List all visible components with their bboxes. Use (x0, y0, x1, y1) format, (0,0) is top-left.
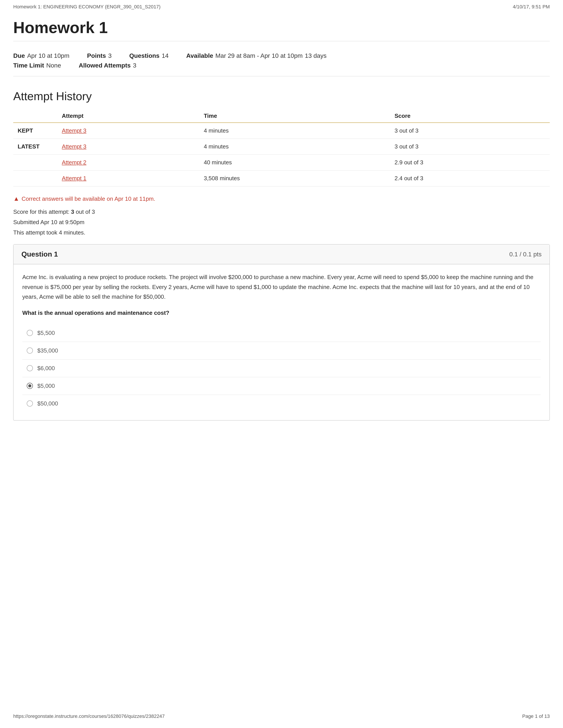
allowed-attempts-value: 3 (133, 62, 136, 69)
answer-option[interactable]: $5,500 (22, 324, 541, 342)
table-row: Attempt 13,508 minutes2.4 out of 3 (13, 171, 550, 186)
attempt-row-attempt[interactable]: Attempt 3 (57, 139, 199, 155)
points-value: 3 (108, 52, 112, 59)
answer-option[interactable]: $35,000 (22, 342, 541, 360)
radio-circle (27, 347, 33, 354)
attempt-row-time: 40 minutes (199, 155, 390, 171)
points-label: Points (87, 52, 106, 59)
attempt-row-score: 3 out of 3 (390, 139, 550, 155)
datetime: 4/10/17, 9:51 PM (513, 4, 550, 10)
table-row: KEPTAttempt 34 minutes3 out of 3 (13, 123, 550, 139)
answer-options: $5,500$35,000$6,000$5,000$50,000 (22, 324, 541, 412)
radio-circle (27, 365, 33, 371)
questions-value: 14 (162, 52, 168, 59)
table-row: LATESTAttempt 34 minutes3 out of 3 (13, 139, 550, 155)
attempt-row-label (13, 171, 57, 186)
info-row-2: Time Limit None Allowed Attempts 3 (13, 62, 550, 69)
warning-icon: ▲ (13, 195, 19, 202)
timelimit-info: Time Limit None (13, 62, 61, 69)
available-info: Available Mar 29 at 8am - Apr 10 at 10pm… (186, 52, 327, 59)
col-time: Time (199, 109, 390, 123)
score-bold: 3 (71, 208, 74, 215)
question-1-points: 0.1 / 0.1 pts (509, 251, 542, 258)
attempt-row-attempt[interactable]: Attempt 3 (57, 123, 199, 139)
warning-text: Correct answers will be available on Apr… (22, 195, 155, 202)
page-title: Homework 1 (13, 19, 550, 41)
top-bar: Homework 1: ENGINEERING ECONOMY (ENGR_39… (0, 0, 563, 12)
footer-url: https://oregonstate.instructure.com/cour… (13, 713, 165, 719)
score-line: Score for this attempt: 3 out of 3 (13, 207, 550, 217)
table-row: Attempt 240 minutes2.9 out of 3 (13, 155, 550, 171)
attempt-row-label: LATEST (13, 139, 57, 155)
answer-option-label: $5,000 (37, 383, 55, 389)
page-footer: https://oregonstate.instructure.com/cour… (13, 713, 550, 719)
info-row-1: Due Apr 10 at 10pm Points 3 Questions 14… (13, 52, 550, 59)
question-1-title: Question 1 (21, 250, 58, 258)
footer-page-info: Page 1 of 13 (522, 713, 550, 719)
answer-option[interactable]: $6,000 (22, 360, 541, 377)
breadcrumb: Homework 1: ENGINEERING ECONOMY (ENGR_39… (13, 4, 160, 10)
question-1-header: Question 1 0.1 / 0.1 pts (13, 244, 550, 264)
available-label: Available (186, 52, 213, 59)
attempt-row-score: 3 out of 3 (390, 123, 550, 139)
attempt-row-time: 4 minutes (199, 139, 390, 155)
questions-info: Questions 14 (129, 52, 169, 59)
attempt-row-score: 2.9 out of 3 (390, 155, 550, 171)
answer-option-label: $5,500 (37, 330, 55, 336)
attempt-row-attempt[interactable]: Attempt 2 (57, 155, 199, 171)
points-info: Points 3 (87, 52, 111, 59)
timelimit-label: Time Limit (13, 62, 44, 69)
question-1-text: Acme Inc. is evaluating a new project to… (22, 272, 541, 302)
attempt-row-attempt[interactable]: Attempt 1 (57, 171, 199, 186)
radio-circle (27, 330, 33, 336)
answer-option[interactable]: $50,000 (22, 395, 541, 412)
answer-option-label: $6,000 (37, 365, 55, 372)
attempt-history-table: Attempt Time Score KEPTAttempt 34 minute… (13, 109, 550, 186)
col-label (13, 109, 57, 123)
question-1-body: Acme Inc. is evaluating a new project to… (13, 264, 550, 420)
radio-inner (28, 384, 31, 387)
warning-message: ▲ Correct answers will be available on A… (13, 195, 550, 202)
attempt-row-time: 3,508 minutes (199, 171, 390, 186)
attempt-row-score: 2.4 out of 3 (390, 171, 550, 186)
info-section: Due Apr 10 at 10pm Points 3 Questions 14… (13, 48, 550, 76)
attempt-row-time: 4 minutes (199, 123, 390, 139)
score-info: Score for this attempt: 3 out of 3 Submi… (13, 207, 550, 238)
due-label: Due (13, 52, 25, 59)
attempt-history-title: Attempt History (13, 90, 550, 103)
attempt-row-label: KEPT (13, 123, 57, 139)
available-extra: 13 days (305, 52, 327, 59)
attempt-row-label (13, 155, 57, 171)
warning-section: ▲ Correct answers will be available on A… (13, 195, 550, 238)
due-value: Apr 10 at 10pm (27, 52, 69, 59)
duration-line: This attempt took 4 minutes. (13, 227, 550, 238)
radio-circle (27, 400, 33, 407)
allowed-attempts-label: Allowed Attempts (79, 62, 130, 69)
col-attempt: Attempt (57, 109, 199, 123)
timelimit-value: None (46, 62, 61, 69)
answer-option-label: $50,000 (37, 400, 58, 407)
answer-option[interactable]: $5,000 (22, 377, 541, 395)
allowed-attempts-info: Allowed Attempts 3 (79, 62, 136, 69)
due-info: Due Apr 10 at 10pm (13, 52, 69, 59)
answer-option-label: $35,000 (37, 347, 58, 354)
radio-circle (27, 383, 33, 389)
available-value: Mar 29 at 8am - Apr 10 at 10pm (215, 52, 303, 59)
question-1-bold: What is the annual operations and mainte… (22, 310, 541, 316)
questions-label: Questions (129, 52, 160, 59)
submitted-line: Submitted Apr 10 at 9:50pm (13, 217, 550, 227)
main-content: Homework 1 Due Apr 10 at 10pm Points 3 Q… (0, 12, 563, 443)
question-1-box: Question 1 0.1 / 0.1 pts Acme Inc. is ev… (13, 244, 550, 420)
col-score: Score (390, 109, 550, 123)
